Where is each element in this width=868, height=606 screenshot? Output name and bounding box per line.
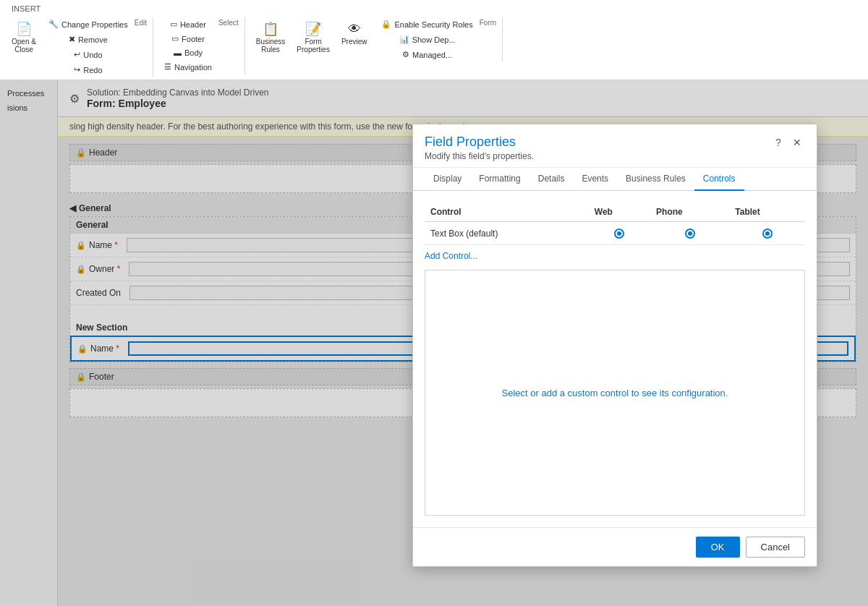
dialog-header-text: Field Properties Modify this field's pro… (425, 135, 534, 161)
select-group-label: Select (218, 19, 239, 27)
enable-security-button[interactable]: 🔒 Enable Security Roles (376, 17, 477, 31)
ok-button[interactable]: OK (696, 537, 740, 558)
undo-button[interactable]: ↩ Undo (43, 48, 133, 61)
managed-props-button[interactable]: ⚙ Managed... (376, 48, 477, 61)
security-icon: 🔒 (381, 20, 391, 29)
web-radio[interactable] (614, 229, 624, 239)
navigation-select-button[interactable]: ☰ Navigation (159, 60, 217, 74)
ribbon-group-select: ▭ Header ▭ Footer ▬ Body ☰ Navigation Se… (159, 17, 245, 74)
business-rules-button[interactable]: 📋 BusinessRules (251, 17, 291, 56)
remove-icon: ✖ (69, 35, 75, 44)
web-radio-cell[interactable] (589, 222, 650, 245)
preview-button[interactable]: 👁 Preview (336, 17, 373, 48)
remove-label: Remove (78, 35, 108, 44)
form-properties-button[interactable]: 📝 FormProperties (292, 17, 335, 56)
dependencies-icon: 📊 (399, 35, 409, 44)
open-close-label: Open &Close (12, 38, 36, 54)
preview-label: Preview (341, 38, 367, 46)
form-properties-icon: 📝 (305, 20, 322, 38)
col-tablet: Tablet (729, 202, 805, 222)
controls-table: Control Web Phone Tablet Text Box (defau… (425, 202, 805, 245)
navigation-icon: ☰ (164, 62, 171, 72)
tab-display[interactable]: Display (425, 168, 470, 191)
remove-button[interactable]: ✖ Remove (43, 33, 133, 46)
edit-group-label: Edit (135, 19, 147, 27)
phone-radio-cell[interactable] (650, 222, 729, 245)
open-close-button[interactable]: 📄 Open &Close (6, 17, 42, 56)
ribbon-group-form: 📋 BusinessRules 📝 FormProperties 👁 Previ… (251, 17, 503, 61)
header-icon: ▭ (170, 20, 177, 29)
navigation-label: Navigation (174, 63, 212, 72)
open-close-icon: 📄 (15, 20, 33, 38)
cancel-button[interactable]: Cancel (746, 537, 805, 558)
redo-label: Redo (83, 66, 102, 74)
tab-details[interactable]: Details (529, 168, 574, 191)
custom-control-config-box: Select or add a custom control to see it… (425, 270, 805, 516)
undo-icon: ↩ (74, 50, 80, 59)
ribbon-tab-label: INSERT (6, 3, 862, 14)
control-name: Text Box (default) (425, 222, 589, 245)
body-label: Body (184, 48, 203, 57)
header-label: Header (180, 20, 206, 29)
help-button[interactable]: ? (770, 135, 786, 150)
dialog-footer: OK Cancel (413, 527, 817, 566)
footer-select-button[interactable]: ▭ Footer (159, 32, 217, 46)
redo-button[interactable]: ↪ Redo (43, 63, 133, 77)
dialog-header-actions: ? ✕ (770, 135, 805, 150)
business-rules-icon: 📋 (262, 20, 279, 38)
change-properties-button[interactable]: 🔧 Change Properties (43, 17, 133, 31)
show-dependencies-label: Show Dep... (412, 35, 456, 44)
col-control: Control (425, 202, 589, 222)
tab-formatting[interactable]: Formatting (470, 168, 529, 191)
body-select-button[interactable]: ▬ Body (159, 46, 217, 59)
main-area: Processes isions ⚙ Solution: Embedding C… (0, 80, 868, 606)
redo-icon: ↪ (74, 65, 80, 74)
header-select-button[interactable]: ▭ Header (159, 17, 217, 31)
undo-label: Undo (83, 51, 102, 59)
body-icon: ▬ (174, 48, 182, 57)
col-phone: Phone (650, 202, 729, 222)
add-control-link[interactable]: Add Control... (425, 251, 477, 261)
managed-label: Managed... (412, 51, 452, 59)
ribbon-group-edit: 📄 Open &Close 🔧 Change Properties ✖ Remo… (6, 17, 153, 77)
dialog-tabs: Display Formatting Details Events Busine… (413, 168, 817, 191)
close-dialog-button[interactable]: ✕ (789, 135, 805, 150)
dialog-content: Control Web Phone Tablet Text Box (defau… (413, 191, 817, 527)
managed-icon: ⚙ (402, 50, 409, 59)
tablet-radio[interactable] (762, 229, 773, 239)
form-properties-label: FormProperties (297, 38, 330, 54)
tablet-radio-cell[interactable] (729, 222, 805, 245)
footer-icon: ▭ (171, 34, 179, 43)
dialog-title: Field Properties (425, 135, 534, 150)
custom-control-message: Select or add a custom control to see it… (502, 388, 728, 398)
show-dependencies-button[interactable]: 📊 Show Dep... (376, 33, 477, 46)
preview-icon: 👁 (346, 20, 363, 38)
form-group-label: Form (480, 19, 496, 27)
tab-events[interactable]: Events (573, 168, 617, 191)
table-row: Text Box (default) (425, 222, 805, 245)
tab-business-rules[interactable]: Business Rules (617, 168, 694, 191)
ribbon-content: 📄 Open &Close 🔧 Change Properties ✖ Remo… (6, 14, 862, 80)
col-web: Web (589, 202, 650, 222)
change-properties-icon: 🔧 (48, 20, 59, 29)
business-rules-label: BusinessRules (256, 38, 286, 54)
tab-controls[interactable]: Controls (694, 168, 744, 191)
dialog-subtitle: Modify this field's properties. (425, 151, 534, 161)
ribbon: INSERT 📄 Open &Close 🔧 Change Properties… (0, 0, 868, 80)
change-properties-label: Change Properties (61, 20, 128, 29)
enable-security-label: Enable Security Roles (394, 20, 472, 29)
footer-label: Footer (182, 35, 205, 43)
field-properties-dialog: Field Properties Modify this field's pro… (412, 124, 817, 567)
dialog-header: Field Properties Modify this field's pro… (413, 124, 817, 168)
phone-radio[interactable] (685, 229, 695, 239)
